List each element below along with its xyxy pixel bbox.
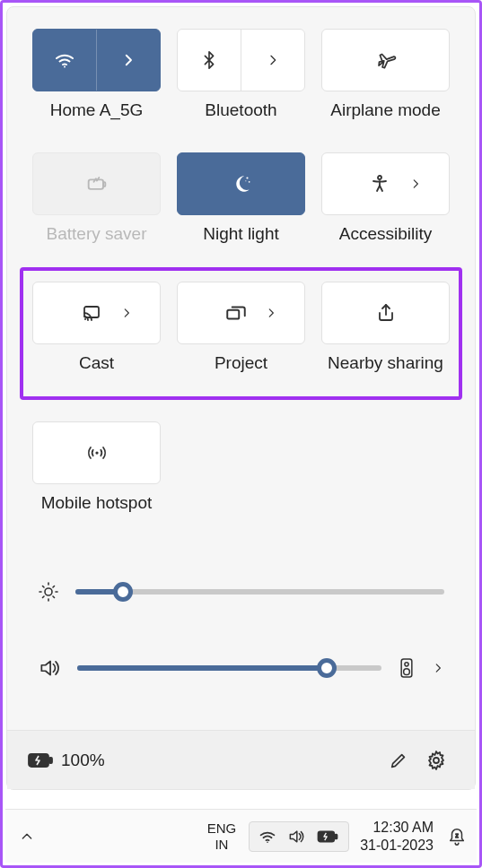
svg-point-27 [267, 841, 268, 843]
svg-point-3 [246, 177, 248, 178]
language-primary: ENG [207, 820, 237, 836]
chevron-right-icon [120, 307, 133, 319]
svg-point-26 [434, 758, 439, 763]
brightness-row [38, 581, 444, 603]
volume-tray-icon [287, 828, 305, 846]
hotspot-icon [85, 441, 109, 464]
volume-slider[interactable] [77, 665, 381, 671]
svg-point-0 [64, 66, 66, 68]
wifi-label: Home A_5G [50, 100, 144, 120]
share-icon [375, 302, 397, 324]
airplane-tile[interactable] [321, 29, 450, 91]
chevron-right-icon [120, 52, 136, 68]
svg-marker-20 [41, 661, 50, 674]
chevron-right-icon [265, 307, 277, 319]
taskbar: ENG IN 12:30 AM 31-01-2023 z [5, 809, 477, 863]
project-icon [224, 301, 248, 325]
accessibility-tile[interactable] [321, 152, 450, 215]
battery-saver-tile [32, 152, 161, 215]
wifi-tray-icon [259, 828, 276, 846]
svg-rect-25 [49, 758, 52, 763]
clock-date: 31-01-2023 [360, 837, 434, 854]
system-tray[interactable] [249, 821, 349, 852]
bluetooth-toggle[interactable] [178, 30, 241, 91]
chevron-right-icon [409, 178, 422, 190]
settings-button[interactable] [417, 742, 455, 779]
battery-charging-icon [27, 751, 54, 770]
bluetooth-tile[interactable] [177, 29, 305, 91]
bottom-bar: 100% [7, 730, 475, 789]
quick-settings-panel: Home A_5G Bluetooth [6, 6, 476, 790]
battery-tray-icon [316, 829, 339, 845]
nearby-label: Nearby sharing [328, 353, 443, 373]
svg-rect-2 [103, 182, 105, 187]
wifi-expand[interactable] [97, 30, 160, 91]
svg-line-16 [43, 586, 45, 588]
language-secondary: IN [207, 837, 237, 852]
accessibility-icon [369, 173, 390, 195]
battery-saver-icon [84, 171, 110, 196]
project-tile[interactable] [177, 282, 305, 344]
svg-point-5 [245, 180, 246, 181]
svg-rect-9 [227, 310, 239, 319]
battery-percent: 100% [61, 751, 105, 770]
svg-point-8 [84, 318, 86, 320]
night-light-icon [230, 172, 253, 195]
airplane-label: Airplane mode [330, 100, 441, 120]
tray-overflow-button[interactable] [13, 824, 41, 849]
sliders-area [7, 536, 475, 701]
volume-row [38, 656, 444, 680]
svg-point-11 [45, 588, 52, 595]
svg-point-6 [378, 176, 381, 179]
svg-rect-7 [84, 307, 99, 317]
svg-point-10 [95, 451, 98, 454]
brightness-icon [38, 581, 59, 603]
highlighted-row: Cast Project [20, 267, 462, 400]
accessibility-label: Accessibility [339, 224, 432, 244]
airplane-icon [374, 48, 398, 72]
chevron-right-icon [266, 53, 280, 67]
nearby-sharing-tile[interactable] [321, 282, 450, 344]
audio-output-button[interactable] [398, 656, 416, 680]
hotspot-tile[interactable] [32, 421, 161, 484]
wifi-toggle[interactable] [33, 30, 97, 91]
clock-time: 12:30 AM [360, 819, 434, 836]
svg-line-19 [53, 586, 55, 588]
brightness-slider[interactable] [75, 589, 444, 595]
svg-text:z: z [455, 831, 458, 838]
wifi-tile[interactable] [32, 29, 161, 91]
bluetooth-icon [199, 50, 219, 70]
night-light-label: Night light [203, 224, 279, 244]
svg-point-23 [404, 669, 410, 675]
battery-saver-label: Battery saver [47, 224, 147, 244]
bluetooth-label: Bluetooth [205, 100, 276, 120]
language-switcher[interactable]: ENG IN [200, 817, 244, 855]
svg-line-17 [53, 596, 55, 598]
clock[interactable]: 12:30 AM 31-01-2023 [355, 817, 439, 855]
svg-rect-1 [88, 179, 102, 189]
night-light-tile[interactable] [177, 152, 305, 215]
svg-rect-30 [335, 834, 337, 838]
volume-expand[interactable] [432, 662, 444, 674]
notifications-button[interactable]: z [444, 818, 469, 855]
wifi-icon [54, 49, 75, 71]
tiles-grid: Home A_5G Bluetooth [7, 7, 475, 536]
project-label: Project [215, 353, 267, 373]
svg-point-4 [248, 181, 250, 183]
svg-point-22 [405, 663, 408, 666]
cast-icon [81, 302, 102, 324]
volume-icon [38, 656, 61, 680]
bluetooth-expand[interactable] [241, 30, 304, 91]
edit-button[interactable] [380, 742, 417, 779]
battery-status[interactable]: 100% [27, 751, 105, 770]
cast-tile[interactable] [32, 282, 161, 344]
svg-marker-28 [290, 831, 297, 842]
hotspot-label: Mobile hotspot [41, 493, 153, 513]
cast-label: Cast [79, 353, 114, 373]
svg-line-18 [43, 596, 45, 598]
